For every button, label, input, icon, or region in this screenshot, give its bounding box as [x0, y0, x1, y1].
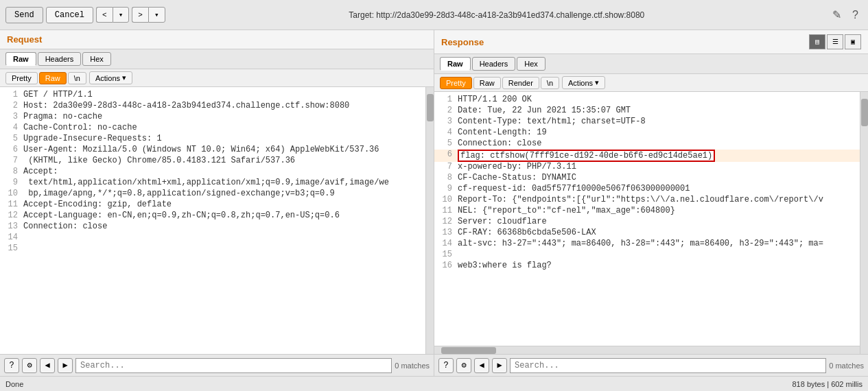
nav-right-button[interactable]: > [132, 7, 148, 23]
response-line: 3Content-Type: text/html; charset=UTF-8 [434, 117, 860, 128]
view-mode-list-button[interactable]: ☰ [827, 34, 843, 49]
line-number: 13 [4, 222, 18, 233]
request-code-area[interactable]: 1GET / HTTP/1.12Host: 2da30e99-28d3-448c… [0, 87, 425, 354]
line-content: Date: Tue, 22 Jun 2021 15:35:07 GMT [458, 106, 631, 117]
line-content: User-Agent: Mozilla/5.0 (Windows NT 10.0… [23, 145, 379, 156]
line-content: x-powered-by: PHP/7.3.11 [458, 162, 576, 173]
response-tab-bar: Raw Headers Hex [434, 54, 868, 74]
response-code-area[interactable]: 1HTTP/1.1 200 OK2Date: Tue, 22 Jun 2021 … [434, 92, 860, 346]
request-line: 5Upgrade-Insecure-Requests: 1 [0, 134, 425, 145]
view-mode-full-button[interactable]: ▣ [845, 34, 861, 49]
line-content: Pragma: no-cache [23, 112, 102, 123]
request-search-help-button[interactable]: ? [4, 358, 19, 373]
line-number: 10 [4, 189, 18, 200]
line-content: Content-Type: text/html; charset=UTF-8 [458, 117, 646, 128]
cancel-button[interactable]: Cancel [46, 7, 93, 23]
response-hscrollbar-thumb [441, 347, 496, 354]
line-content: HTTP/1.1 200 OK [458, 95, 532, 106]
line-content: CF-RAY: 66368b6cbda5e506-LAX [458, 228, 596, 239]
line-number: 1 [438, 95, 452, 106]
request-line: 6User-Agent: Mozilla/5.0 (Windows NT 10.… [0, 145, 425, 156]
response-search-prev-button[interactable]: ◀ [474, 358, 489, 373]
request-title: Request [7, 34, 42, 45]
line-content: Host: 2da30e99-28d3-448c-a418-2a3b941ed3… [23, 101, 349, 112]
edit-target-button[interactable]: ✎ [828, 7, 845, 23]
response-search-input[interactable] [510, 358, 826, 373]
response-search-settings-button[interactable]: ⚙ [456, 358, 471, 373]
line-number: 5 [4, 134, 18, 145]
line-number: 4 [4, 123, 18, 134]
nav-left-drop-button[interactable]: ▾ [113, 7, 130, 23]
response-line: 10Report-To: {"endpoints":[{"url":"https… [434, 195, 860, 206]
request-line: 1GET / HTTP/1.1 [0, 90, 425, 101]
view-mode-split-button[interactable]: ▤ [809, 34, 825, 49]
request-header: Request [0, 30, 434, 49]
toolbar: Send Cancel < ▾ > ▾ Target: http://2da30… [0, 0, 868, 30]
line-content: Connection: close [458, 139, 541, 150]
request-line: 9 text/html,application/xhtml+xml,applic… [0, 178, 425, 189]
response-line: 4Content-Length: 19 [434, 128, 860, 139]
line-number: 14 [4, 233, 18, 244]
request-actions-label: Actions [95, 74, 120, 82]
line-number: 3 [4, 112, 18, 123]
request-code-wrapper: 1GET / HTTP/1.12Host: 2da30e99-28d3-448c… [0, 87, 425, 354]
request-search-next-button[interactable]: ▶ [58, 358, 73, 373]
request-search-settings-button[interactable]: ⚙ [22, 358, 37, 373]
response-line: 13CF-RAY: 66368b6cbda5e506-LAX [434, 228, 860, 239]
flag-highlight: flag: ctfshow(7fff91ce-d192-40de-b6f6-ed… [458, 150, 715, 162]
line-content: text/html,application/xhtml+xml,applicat… [23, 178, 389, 189]
line-number: 12 [438, 217, 452, 228]
response-match-count: 0 matches [829, 362, 864, 370]
line-number: 7 [4, 156, 18, 167]
request-line: 12Accept-Language: en-CN,en;q=0.9,zh-CN;… [0, 211, 425, 222]
request-line: 10 bp,image/apng,*/*;q=0.8,application/s… [0, 189, 425, 200]
nav-right-drop-button[interactable]: ▾ [148, 7, 165, 23]
line-content: Content-Length: 19 [458, 128, 547, 139]
response-search-help-button[interactable]: ? [438, 358, 454, 373]
line-number: 1 [4, 90, 18, 101]
tab-request-headers[interactable]: Headers [38, 52, 82, 66]
request-actions-button[interactable]: Actions ▾ [89, 71, 132, 84]
response-actions-button[interactable]: Actions ▾ [562, 76, 605, 89]
response-vscrollbar[interactable] [860, 92, 868, 354]
line-number: 11 [438, 206, 452, 217]
tab-request-raw[interactable]: Raw [5, 52, 36, 66]
sub-tab-request-raw[interactable]: Raw [39, 72, 67, 84]
sub-tab-request-pretty[interactable]: Pretty [5, 72, 38, 84]
line-content: Connection: close [23, 222, 107, 233]
response-line: 7x-powered-by: PHP/7.3.11 [434, 162, 860, 173]
status-left: Done [5, 380, 23, 388]
response-search-next-button[interactable]: ▶ [492, 358, 507, 373]
request-line: 15 [0, 244, 425, 254]
nav-left-button[interactable]: < [96, 7, 113, 23]
line-number: 4 [438, 128, 452, 139]
line-number: 10 [438, 195, 452, 206]
send-button[interactable]: Send [5, 7, 43, 23]
request-line: 14 [0, 233, 425, 244]
line-number: 8 [438, 173, 452, 184]
target-info: Target: http://2da30e99-28d3-448c-a418-2… [168, 10, 826, 20]
line-content: Accept: [23, 167, 58, 178]
status-bar: Done 818 bytes | 602 millis [0, 376, 868, 391]
request-search-prev-button[interactable]: ◀ [40, 358, 55, 373]
sub-tab-response-pretty[interactable]: Pretty [440, 77, 472, 89]
line-number: 3 [438, 117, 452, 128]
line-number: 14 [438, 239, 452, 250]
response-line: 1HTTP/1.1 200 OK [434, 95, 860, 106]
sub-tab-response-raw[interactable]: Raw [473, 77, 501, 89]
help-button[interactable]: ? [848, 8, 863, 23]
target-url: Target: http://2da30e99-28d3-448c-a418-2… [349, 10, 644, 20]
tab-response-hex[interactable]: Hex [517, 57, 546, 71]
sub-tab-response-n[interactable]: \n [541, 77, 559, 89]
request-vscrollbar[interactable] [425, 87, 434, 354]
response-actions-label: Actions [568, 79, 593, 87]
line-content: Cache-Control: no-cache [23, 123, 137, 134]
line-number: 16 [438, 261, 452, 272]
tab-request-hex[interactable]: Hex [82, 52, 111, 66]
request-search-input[interactable] [75, 358, 392, 373]
response-hscrollbar[interactable] [434, 346, 860, 354]
sub-tab-response-render[interactable]: Render [502, 77, 539, 89]
tab-response-headers[interactable]: Headers [472, 57, 516, 71]
tab-response-raw[interactable]: Raw [440, 57, 471, 71]
sub-tab-request-n[interactable]: \n [68, 72, 86, 84]
